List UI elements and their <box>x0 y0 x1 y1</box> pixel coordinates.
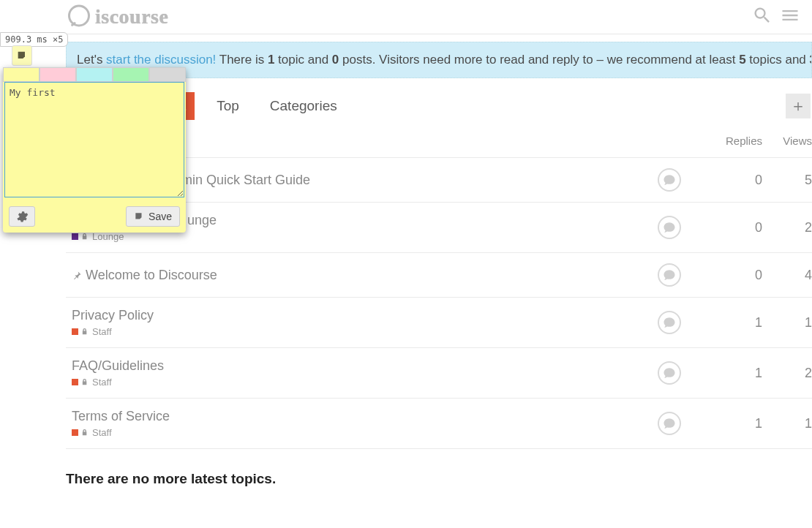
lock-icon <box>81 328 89 336</box>
lock-icon <box>81 233 89 241</box>
svg-point-0 <box>69 6 89 26</box>
col-views[interactable]: Views <box>768 127 812 158</box>
color-pink[interactable] <box>40 67 76 82</box>
note-icon <box>16 50 28 61</box>
tab-top[interactable]: Top <box>208 92 248 120</box>
sticky-color-picker <box>3 67 186 82</box>
topic-category[interactable]: Lounge <box>72 231 623 242</box>
topic-replies: 1 <box>710 348 768 399</box>
topic-category[interactable]: Staff <box>72 326 623 337</box>
sticky-save-button[interactable]: Save <box>126 206 180 227</box>
topic-replies: 0 <box>710 203 768 253</box>
speech-bubble-icon <box>663 366 676 380</box>
pin-icon <box>72 270 83 281</box>
speech-bubble-icon <box>663 417 676 430</box>
topic-title[interactable]: FAQ/Guidelines <box>72 358 623 374</box>
topic-views: 1 <box>768 399 812 449</box>
banner-text: Let's <box>77 53 106 67</box>
category-name: Staff <box>92 326 112 337</box>
color-cyan[interactable] <box>76 67 113 82</box>
start-discussion-link[interactable]: start the discussion! <box>106 53 216 67</box>
logo[interactable]: iscourse <box>66 4 168 30</box>
category-color-badge <box>72 379 78 385</box>
topic-row: Welcome to Discourse04 <box>66 253 812 298</box>
poster-avatar[interactable] <box>658 263 681 287</box>
category-name: Staff <box>92 427 112 438</box>
topic-replies: 1 <box>710 399 768 449</box>
sticky-note-textarea[interactable] <box>4 82 184 197</box>
topic-category[interactable]: Staff <box>72 427 623 438</box>
header: iscourse <box>0 0 812 34</box>
new-topic-button[interactable]: ＋ <box>786 94 811 118</box>
topic-views: 2 <box>768 348 812 399</box>
color-gray[interactable] <box>149 67 186 82</box>
category-name: Staff <box>92 377 112 388</box>
category-color-badge <box>72 429 78 436</box>
topic-category[interactable]: Staff <box>72 377 623 388</box>
sticky-note-toggle[interactable] <box>12 45 32 66</box>
lock-icon <box>81 378 89 386</box>
topic-views: 2 <box>768 203 812 253</box>
lock-icon <box>81 429 89 437</box>
topic-row: FAQ/GuidelinesStaff12 <box>66 348 812 399</box>
search-icon[interactable] <box>752 5 772 29</box>
topic-title[interactable]: Terms of Service <box>72 409 623 424</box>
topic-views: 5 <box>768 158 812 203</box>
speech-bubble-icon <box>663 268 676 282</box>
poster-avatar[interactable] <box>658 168 681 192</box>
topic-title[interactable]: Welcome to Discourse <box>72 268 623 283</box>
topic-replies: 1 <box>710 298 768 348</box>
topic-replies: 0 <box>710 158 768 203</box>
topic-views: 1 <box>768 298 812 348</box>
poster-avatar[interactable] <box>658 311 681 334</box>
col-replies[interactable]: Replies <box>710 127 768 158</box>
gear-icon <box>15 210 29 223</box>
poster-avatar[interactable] <box>658 412 681 435</box>
topic-title[interactable]: Privacy Policy <box>72 308 623 323</box>
color-green[interactable] <box>113 67 149 82</box>
speech-bubble-icon <box>66 4 92 30</box>
hamburger-menu-icon[interactable] <box>780 5 800 29</box>
category-color-badge <box>72 328 78 335</box>
speech-bubble-icon <box>663 316 676 329</box>
poster-avatar[interactable] <box>658 216 681 239</box>
category-color-badge <box>72 233 78 240</box>
note-icon <box>134 211 144 222</box>
topic-row: Privacy PolicyStaff11 <box>66 298 812 348</box>
sticky-save-label: Save <box>149 211 172 222</box>
speech-bubble-icon <box>663 221 676 234</box>
speech-bubble-icon <box>663 173 676 186</box>
perf-badge[interactable]: 909.3 ms ×5 <box>0 32 68 47</box>
logo-text: iscourse <box>95 5 168 29</box>
color-yellow[interactable] <box>3 67 40 82</box>
sticky-settings-button[interactable] <box>9 206 35 227</box>
col-users <box>629 127 710 158</box>
tab-categories[interactable]: Categories <box>261 92 346 120</box>
topic-views: 4 <box>768 253 812 298</box>
no-more-topics: There are no more latest topics. <box>66 471 812 487</box>
topic-row: Terms of ServiceStaff11 <box>66 399 812 449</box>
topic-replies: 0 <box>710 253 768 298</box>
poster-avatar[interactable] <box>658 361 681 385</box>
sticky-note-popup: Save <box>3 67 186 233</box>
category-name: Lounge <box>92 231 124 242</box>
